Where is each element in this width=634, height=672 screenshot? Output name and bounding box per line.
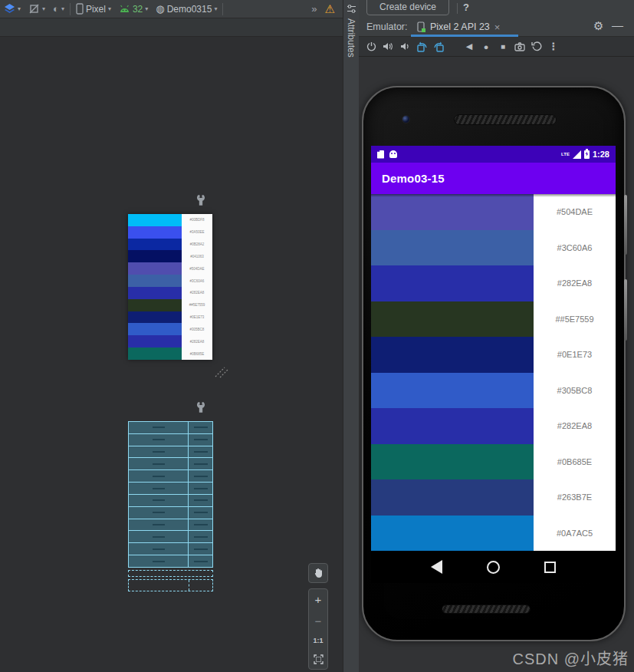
surface-toolbar: ? [0,18,343,37]
theme-selector-label: Demo0315 [167,4,212,15]
color-list-item[interactable]: #282EA8 [371,408,616,444]
adb-android-icon [389,150,397,158]
blueprint-text-placeholder [194,476,208,477]
preview-color-row: #282EA8 [128,335,212,348]
create-device-button[interactable]: Create device [366,0,449,15]
preview-color-row: #00BDF8 [128,214,212,226]
nav-recents-icon[interactable] [544,562,556,573]
home-button[interactable]: ● [480,41,492,53]
preview-color-row: ##5E7559 [128,299,212,311]
preview-hex-label: #305BC8 [182,323,212,335]
preview-color-swatch [128,335,182,348]
blueprint-text-placeholder [153,548,165,550]
color-list[interactable]: #504DAE#3C60A6#282EA8##5E7559#0E1E73#305… [371,194,616,551]
design-surface[interactable]: #00BDF8#3A50EE#0B28A2#041063#504DAE#3C60… [0,37,343,672]
color-list-item[interactable]: ##5E7559 [371,301,616,338]
color-hex-label: #0E1E73 [534,337,616,373]
emulator-viewport: LTE 1:28 Demo03-15 #504DAE#3C60A6#282EA8… [359,57,634,672]
tab-attributes[interactable]: Attributes [346,18,356,58]
preview-hex-label: #3A50EE [182,226,212,239]
zoom-in-button[interactable]: + [315,594,322,605]
blueprint-empty-row [128,579,213,591]
tab-close-icon[interactable]: × [494,21,501,33]
blueprint-cell [129,483,189,494]
minimize-icon[interactable]: — [612,18,623,31]
color-list-item[interactable]: #305BC8 [371,373,616,409]
preview-color-swatch [128,275,182,287]
blueprint-cell [189,507,212,519]
preview-hex-label: #504DAE [182,262,212,275]
orientation-selector[interactable]: ▾ [25,0,49,18]
color-hex-label: #504DAE [534,194,616,230]
overview-button[interactable]: ■ [497,41,509,53]
color-list-item[interactable]: #504DAE [371,194,616,230]
volume-up-button[interactable] [382,41,394,53]
blueprint-text-placeholder [194,451,208,453]
zoom-ratio-button[interactable]: 1:1 [313,637,323,644]
theme-icon: ◍ [156,3,164,15]
design-preview[interactable]: #00BDF8#3A50EE#0B28A2#041063#504DAE#3C60… [128,214,212,360]
color-list-item[interactable]: #0A7AC5 [371,516,616,552]
wrench-icon [195,401,207,413]
resize-handle-icon[interactable] [214,364,229,378]
blueprint-text-placeholder [194,524,208,525]
blueprint-cell [129,422,189,433]
blueprint-cell [189,495,212,506]
blueprint-row [128,542,213,555]
color-list-item[interactable]: #3C60A6 [371,230,616,266]
preview-color-row: #282EA8 [128,287,212,299]
preview-color-row: #504DAE [128,262,212,275]
zoom-out-button[interactable]: − [315,615,322,627]
color-hex-label: #263B7E [534,479,616,516]
nav-home-icon[interactable] [487,561,500,574]
nav-back-icon[interactable] [431,560,442,574]
device-selector[interactable]: Pixel ▾ [72,0,115,18]
preview-hex-label: #0B685E [182,348,212,360]
help-icon[interactable]: ? [463,2,469,13]
pan-button[interactable] [308,563,328,583]
more-options-button[interactable]: ⋮ [547,41,560,53]
blueprint-divider [189,580,189,591]
theme-selector[interactable]: ◍ Demo0315 ▾ [152,0,221,18]
phone-screen[interactable]: LTE 1:28 Demo03-15 #504DAE#3C60A6#282EA8… [371,146,616,583]
rotate-right-button[interactable] [432,41,445,53]
blueprint-cell [129,507,189,519]
blueprint-preview[interactable] [128,422,213,568]
app-bar-shadow [371,194,616,197]
screenshot-camera-button[interactable] [514,41,526,53]
gear-icon[interactable]: ⚙ [593,19,603,33]
emulator-toolbar: ◀ ● ■ ⋮ [359,37,634,57]
preview-color-row: #0B685E [128,348,212,360]
device-phone-icon [417,21,425,33]
chevron-down-icon: ▾ [18,5,21,12]
battery-icon [584,150,590,159]
volume-down-button[interactable] [399,41,411,53]
preview-color-row: #305BC8 [128,323,212,335]
blueprint-text-placeholder [194,439,208,440]
toolbar-overflow-button[interactable]: » [307,0,320,18]
design-surface-selector[interactable]: ▾ [0,0,25,18]
color-list-item[interactable]: #282EA8 [371,265,616,301]
blueprint-row [128,519,213,532]
snapshots-button[interactable] [531,41,543,53]
blueprint-text-placeholder [153,524,165,525]
emulator-phone-frame: LTE 1:28 Demo03-15 #504DAE#3C60A6#282EA8… [362,86,626,641]
blueprint-text-placeholder [194,512,208,513]
blueprint-text-placeholder [194,499,208,501]
rotate-left-button[interactable] [416,41,428,53]
color-list-item[interactable]: #263B7E [371,479,616,516]
preview-hex-label: #041063 [182,250,212,262]
blueprint-cell [129,446,189,458]
blueprint-cell [129,519,189,531]
blueprint-cell [189,446,212,458]
warnings-button[interactable]: ⚠ [321,0,343,18]
color-list-item[interactable]: #0E1E73 [371,337,616,373]
api-selector[interactable]: 32 ▾ [115,0,152,18]
night-mode-selector[interactable]: ◐ ▾ [49,0,68,18]
blueprint-row [128,457,213,470]
back-button[interactable]: ◀ [463,41,475,53]
color-hex-label: #3C60A6 [534,230,616,266]
power-button[interactable] [365,41,377,53]
color-list-item[interactable]: #0B685E [371,444,616,480]
blueprint-row [128,494,213,507]
